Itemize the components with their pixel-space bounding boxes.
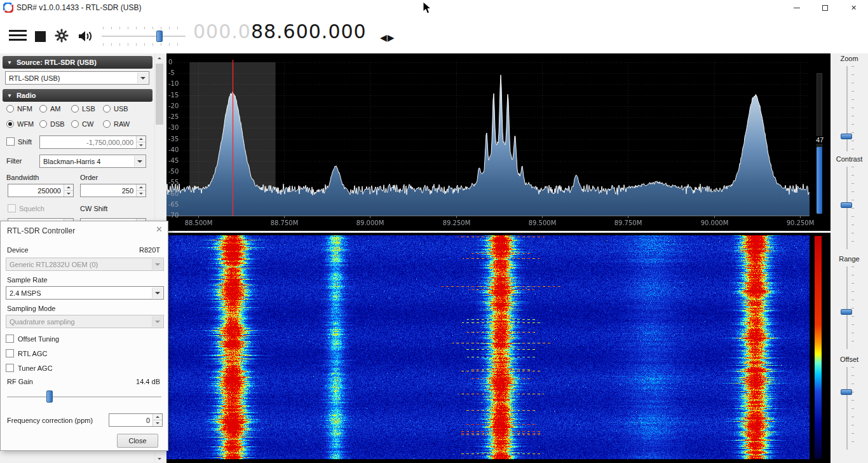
- sample-rate-value: 2.4 MSPS: [10, 289, 41, 297]
- offset-tuning-label: Offset Tuning: [18, 335, 59, 343]
- range-slider-ticks: [851, 266, 854, 349]
- stop-button[interactable]: [35, 31, 46, 43]
- maximize-button[interactable]: [811, 0, 839, 15]
- radio-panel-header[interactable]: ▼ Radio: [3, 89, 153, 102]
- window-title: SDR# v1.0.0.1433 - RTL-SDR (USB): [17, 3, 142, 12]
- mode-label: WFM: [17, 120, 34, 128]
- volume-slider-ticks: [103, 27, 184, 29]
- rtl-sdr-controller-dialog: RTL-SDR Controller ✕ Device R820T Generi…: [0, 221, 168, 451]
- shift-input[interactable]: -1,750,000,000: [39, 135, 146, 149]
- rf-gain-slider-thumb[interactable]: [46, 390, 53, 403]
- frequency-value: 88.600.000: [251, 20, 367, 43]
- volume-slider-track: [102, 36, 186, 37]
- order-value: 250: [122, 187, 133, 195]
- gear-icon: [54, 28, 69, 43]
- speaker-icon: [77, 29, 93, 44]
- tuner-agc-checkbox[interactable]: [6, 364, 14, 372]
- mode-option-wfm[interactable]: WFM: [6, 120, 34, 128]
- sampling-mode-dropdown[interactable]: Quadrature sampling: [6, 315, 164, 328]
- order-input[interactable]: 250: [80, 184, 146, 197]
- range-label: Range: [831, 255, 868, 263]
- contrast-label: Contrast: [831, 155, 868, 163]
- radio-circle: [39, 105, 47, 113]
- menu-button[interactable]: [9, 30, 27, 43]
- spectrum-display[interactable]: 47: [166, 53, 831, 231]
- close-dialog-button[interactable]: Close: [117, 434, 158, 448]
- shift-checkbox[interactable]: [6, 137, 15, 146]
- scrollbar-thumb[interactable]: [156, 64, 163, 125]
- mode-option-dsb[interactable]: DSB: [39, 120, 65, 128]
- volume-slider-thumb[interactable]: [156, 31, 163, 42]
- zoom-slider-thumb[interactable]: [841, 134, 852, 139]
- settings-button[interactable]: [54, 28, 69, 45]
- volume-slider[interactable]: [100, 27, 187, 46]
- stop-icon: [35, 31, 46, 42]
- order-spinner[interactable]: [136, 184, 146, 197]
- mode-label: AM: [50, 105, 61, 113]
- scroll-up-icon[interactable]: [155, 53, 164, 62]
- menu-icon: [9, 30, 27, 32]
- device-dropdown[interactable]: Generic RTL2832U OEM (0): [6, 258, 164, 271]
- mode-option-lsb[interactable]: LSB: [71, 104, 95, 113]
- close-window-button[interactable]: ✕: [839, 0, 868, 15]
- zoom-label: Zoom: [831, 55, 868, 62]
- filter-dropdown[interactable]: Blackman-Harris 4: [39, 155, 146, 168]
- audio-mute-button[interactable]: [77, 29, 93, 45]
- squelch-checkbox[interactable]: [8, 204, 16, 212]
- tune-down-button[interactable]: ◀: [380, 32, 387, 43]
- spin-down-icon: [139, 144, 143, 146]
- minimize-button[interactable]: [782, 0, 811, 15]
- mode-label: LSB: [82, 105, 95, 113]
- tune-up-button[interactable]: ▶: [388, 32, 395, 43]
- dropdown-arrow-icon: [137, 73, 148, 83]
- mode-option-am[interactable]: AM: [39, 104, 61, 113]
- mode-option-usb[interactable]: USB: [103, 104, 128, 113]
- shift-label: Shift: [18, 138, 32, 146]
- dialog-close-icon[interactable]: ✕: [156, 225, 163, 234]
- filter-value: Blackman-Harris 4: [43, 158, 100, 165]
- bandwidth-spinner[interactable]: [64, 184, 73, 197]
- source-device-value: RTL-SDR (USB): [9, 74, 60, 82]
- freq-correction-input[interactable]: 0: [109, 413, 163, 427]
- spectrum-scrollbar-thumb[interactable]: [817, 147, 822, 214]
- range-slider-thumb[interactable]: [841, 309, 852, 315]
- freq-correction-value: 0: [146, 417, 150, 424]
- offset-slider-thumb[interactable]: [841, 389, 852, 395]
- order-label: Order: [80, 174, 98, 181]
- frequency-display[interactable]: 000.088.600.000: [193, 20, 367, 43]
- bandwidth-input[interactable]: 250000: [8, 184, 74, 197]
- mode-option-cw[interactable]: CW: [71, 120, 93, 128]
- spectrum-canvas[interactable]: [166, 53, 831, 231]
- spectrum-scrollbar-value: 47: [812, 136, 827, 144]
- waterfall-canvas[interactable]: [166, 235, 810, 459]
- device-dropdown-value: Generic RTL2832U OEM (0): [10, 261, 98, 268]
- mode-label: RAW: [114, 120, 130, 128]
- radio-circle: [103, 120, 111, 128]
- tune-step-arrows: ◀ ▶: [380, 32, 395, 43]
- contrast-slider-track[interactable]: [846, 167, 848, 249]
- range-slider-track[interactable]: [846, 266, 848, 349]
- waterfall-display[interactable]: [166, 233, 831, 463]
- radio-circle: [71, 120, 79, 128]
- shift-spinner[interactable]: [136, 136, 146, 148]
- scroll-down-icon[interactable]: [155, 454, 164, 463]
- close-icon: ✕: [851, 4, 857, 11]
- dropdown-arrow-icon: [152, 287, 163, 298]
- sample-rate-dropdown[interactable]: 2.4 MSPS: [6, 286, 164, 300]
- minimize-icon: [794, 8, 800, 8]
- rf-gain-label: RF Gain: [7, 378, 33, 385]
- freq-correction-spinner[interactable]: [153, 414, 162, 426]
- offset-slider-track[interactable]: [846, 367, 848, 450]
- contrast-slider-ticks: [851, 167, 854, 249]
- waterfall-colorbar[interactable]: [815, 236, 822, 459]
- mode-option-raw[interactable]: RAW: [103, 120, 130, 128]
- mode-option-nfm[interactable]: NFM: [6, 104, 32, 113]
- contrast-slider-thumb[interactable]: [841, 202, 852, 208]
- offset-tuning-checkbox[interactable]: [6, 335, 14, 343]
- source-device-dropdown[interactable]: RTL-SDR (USB): [5, 71, 149, 85]
- tuner-agc-label: Tuner AGC: [18, 364, 53, 372]
- source-panel-header[interactable]: ▼ Source: RTL-SDR (USB): [3, 56, 153, 69]
- rf-gain-slider-track[interactable]: [7, 396, 161, 397]
- dropdown-arrow-icon: [152, 316, 163, 327]
- rtl-agc-checkbox[interactable]: [6, 349, 14, 357]
